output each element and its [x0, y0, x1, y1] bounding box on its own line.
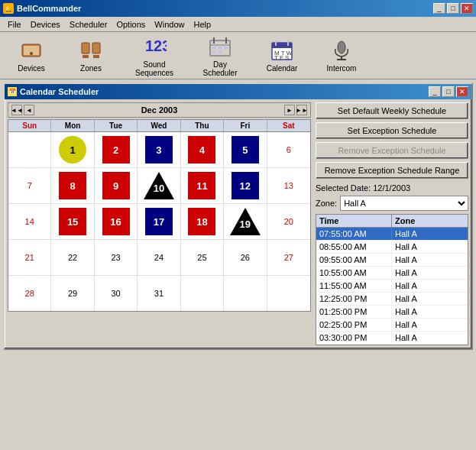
cal-cell-25[interactable]: 25	[181, 240, 224, 275]
day-22-num: 22	[68, 253, 77, 262]
cal-cell-26[interactable]: 26	[224, 240, 267, 275]
cal-cell-11[interactable]: 11	[181, 168, 224, 203]
toolbar-calendar[interactable]: M T W T F S Calendar	[255, 37, 309, 74]
schedule-row[interactable]: 12:25:00 PMHall A	[316, 293, 468, 306]
calendar-month-year: Dec 2003	[141, 105, 178, 115]
menu-scheduler[interactable]: Scheduler	[65, 19, 112, 30]
calendar-header-row: Sun Mon Tue Wed Thu Fri Sat	[8, 120, 310, 132]
cal-cell-12[interactable]: 12	[224, 168, 267, 203]
zones-icon	[79, 38, 103, 63]
close-button[interactable]: ✕	[461, 3, 473, 14]
cal-cell-22[interactable]: 22	[51, 240, 94, 275]
cal-cell-5[interactable]: 5	[224, 132, 267, 167]
cal-cell-14[interactable]: 14	[8, 204, 51, 239]
day-scheduler-label: Day Scheduler	[196, 60, 244, 77]
schedule-row[interactable]: 11:55:00 AMHall A	[316, 280, 468, 293]
header-wed: Wed	[138, 120, 180, 131]
zone-label: Zone:	[316, 199, 337, 208]
menu-file[interactable]: File	[3, 19, 26, 30]
remove-exception-range-button[interactable]: Remove Exception Schedule Range	[316, 162, 468, 179]
day-27-num: 27	[284, 253, 293, 262]
schedule-row[interactable]: 07:55:00 AMHall A	[316, 228, 468, 241]
cal-cell-20[interactable]: 20	[267, 204, 310, 239]
toolbar-devices[interactable]: Devices	[5, 37, 58, 74]
cal-cell-16[interactable]: 16	[95, 204, 138, 239]
prev-year-button[interactable]: ◄◄	[11, 105, 22, 115]
cal-maximize-button[interactable]: □	[442, 86, 455, 97]
cal-cell-1[interactable]: 1	[51, 132, 94, 167]
cal-cell-21[interactable]: 21	[8, 240, 51, 275]
maximize-button[interactable]: □	[447, 3, 459, 14]
schedule-row[interactable]: 02:25:00 PMHall A	[316, 319, 468, 332]
menu-devices[interactable]: Devices	[26, 19, 65, 30]
cal-cell-27[interactable]: 27	[267, 240, 310, 275]
cal-cell-4[interactable]: 4	[181, 132, 224, 167]
day-18-num: 18	[196, 216, 207, 228]
toolbar-zones[interactable]: Zones	[64, 37, 118, 74]
calendar-window: 📅 Calendar Scheduler _ □ ✕ ◄◄ ◄ Dec 2003	[3, 83, 473, 350]
set-exception-button[interactable]: Set Exception Schedule	[316, 122, 468, 139]
next-year-button[interactable]: ►►	[296, 105, 307, 115]
cal-window-buttons: _ □ ✕	[429, 86, 468, 97]
cal-close-button[interactable]: ✕	[456, 86, 468, 97]
menu-options[interactable]: Options	[112, 19, 150, 30]
schedule-cell-zone: Hall A	[392, 306, 468, 318]
menu-help[interactable]: Help	[189, 19, 215, 30]
calendar-window-icon: 📅	[8, 87, 17, 96]
cal-cell-28[interactable]: 28	[8, 276, 51, 311]
cal-cell-10[interactable]: 10	[138, 168, 180, 203]
schedule-row[interactable]: 09:55:00 AMHall A	[316, 254, 468, 267]
toolbar-day-scheduler[interactable]: Day Scheduler	[191, 33, 249, 79]
day-23-num: 23	[111, 253, 120, 262]
cal-cell-30[interactable]: 30	[95, 276, 138, 311]
selected-date-label: Selected Date: 12/1/2003	[316, 183, 468, 193]
schedule-row[interactable]: 03:30:00 PMHall A	[316, 332, 468, 345]
svg-rect-15	[272, 43, 292, 48]
cal-cell-7[interactable]: 7	[8, 168, 51, 203]
cal-cell-17[interactable]: 17	[138, 204, 180, 239]
schedule-row[interactable]: 08:55:00 AMHall A	[316, 241, 468, 254]
cal-cell-empty-4	[267, 276, 310, 311]
toolbar-sound-sequences[interactable]: 123 Sound Sequences	[124, 33, 185, 79]
cal-cell-15[interactable]: 15	[51, 204, 94, 239]
cal-cell-24[interactable]: 24	[138, 240, 180, 275]
cal-cell-9[interactable]: 9	[95, 168, 138, 203]
menu-window[interactable]: Window	[150, 19, 189, 30]
calendar-title-bar: 📅 Calendar Scheduler _ □ ✕	[5, 84, 471, 99]
cal-cell-3[interactable]: 3	[138, 132, 180, 167]
remove-exception-button[interactable]: Remove Exception Schedule	[316, 142, 468, 159]
cal-cell-2[interactable]: 2	[95, 132, 138, 167]
day-13-num: 13	[284, 181, 293, 190]
toolbar-intercom[interactable]: Intercom	[315, 37, 368, 74]
zone-row: Zone: Hall A Hall B Hall C	[316, 196, 468, 211]
cal-cell-31[interactable]: 31	[138, 276, 180, 311]
day-17-num: 17	[154, 216, 164, 228]
prev-month-button[interactable]: ◄	[24, 105, 34, 115]
set-default-weekly-button[interactable]: Set Default Weekly Schedule	[316, 102, 468, 119]
day-16-num: 16	[110, 216, 121, 228]
schedule-row[interactable]: 01:25:00 PMHall A	[316, 306, 468, 319]
next-month-button[interactable]: ►	[284, 105, 295, 115]
cal-cell-29[interactable]: 29	[51, 276, 94, 311]
day-31-num: 31	[154, 289, 164, 298]
day-30-num: 30	[111, 289, 120, 298]
cal-cell-19[interactable]: 19	[224, 204, 267, 239]
cal-cell-6[interactable]: 6	[267, 132, 310, 167]
cal-row-4: 21 22 23 24 25	[8, 240, 310, 276]
cal-cell-empty-3	[224, 276, 267, 311]
menu-bar: File Devices Scheduler Options Window He…	[0, 17, 476, 32]
cal-cell-empty-1	[8, 132, 51, 167]
cal-cell-13[interactable]: 13	[267, 168, 310, 203]
minimize-button[interactable]: _	[433, 3, 445, 14]
svg-rect-12	[212, 51, 215, 53]
svg-rect-9	[212, 47, 215, 49]
cal-cell-18[interactable]: 18	[181, 204, 224, 239]
cal-row-2: 7 8 9	[8, 168, 310, 204]
cal-minimize-button[interactable]: _	[429, 86, 441, 97]
zone-select[interactable]: Hall A Hall B Hall C	[340, 196, 468, 211]
day-15-num: 15	[67, 216, 78, 228]
schedule-row[interactable]: 10:55:00 AMHall A	[316, 267, 468, 280]
cal-cell-23[interactable]: 23	[95, 240, 138, 275]
day-9-num: 9	[113, 180, 118, 192]
cal-cell-8[interactable]: 8	[51, 168, 94, 203]
